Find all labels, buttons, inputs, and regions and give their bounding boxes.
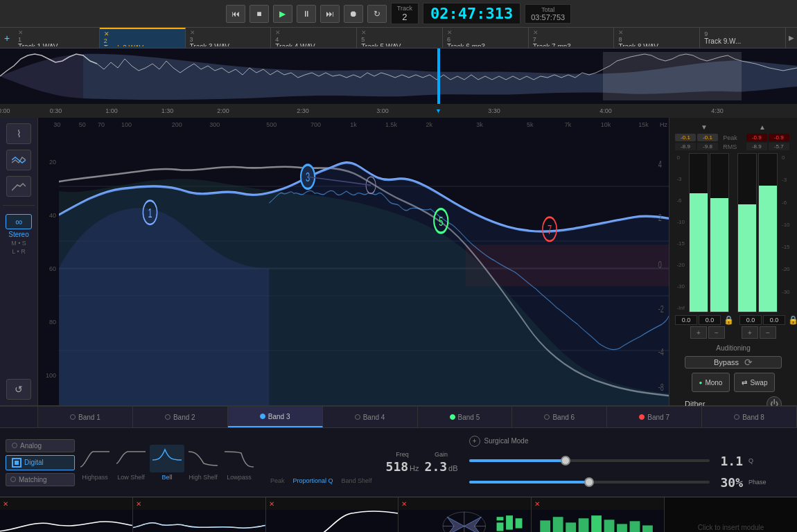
imager-module-curve [398, 510, 531, 532]
module-dynamics-close-icon[interactable]: ✕ [269, 500, 274, 508]
band-tab-7[interactable]: Band 7 [607, 407, 702, 427]
band-1-power-dot [70, 414, 76, 420]
module-dynamics-header: ✕ [266, 497, 398, 510]
meter-plus-left-button[interactable]: + [690, 326, 707, 339]
match-tool-button[interactable] [6, 150, 31, 170]
phase-slider-thumb[interactable] [584, 477, 594, 487]
track-tab-9[interactable]: 9 Track 9.W... [700, 28, 786, 48]
track-nav-right-button[interactable]: ▶ [786, 28, 797, 48]
module-imager-close-icon[interactable]: ✕ [401, 500, 407, 508]
close-track-3-icon[interactable]: ✕ [190, 29, 265, 36]
freq-value[interactable]: 518 [386, 459, 409, 474]
track-tab-7[interactable]: ✕ 7 Track 7.mp3 [529, 28, 615, 48]
band-tab-3[interactable]: Band 3 [228, 407, 323, 427]
timeline-marker-100: 1:00 [105, 107, 118, 114]
waveform-timeline: 0:00 0:30 1:00 1:30 2:00 2:30 ▼ 3:00 3:3… [0, 104, 797, 118]
module-exciter-close-icon[interactable]: ✕ [136, 500, 141, 508]
track-tab-5[interactable]: ✕ 5 Track 5.WAV [357, 28, 443, 48]
digital-mode-button[interactable]: Digital [6, 455, 75, 470]
meter-plus-right-button[interactable]: + [742, 326, 758, 339]
maximizer-module-curve [532, 510, 664, 532]
bell-shape[interactable]: Bell [150, 445, 184, 481]
surgical-mode-button[interactable]: + Surgical Mode [469, 436, 783, 447]
track-tab-1[interactable]: ✕ 1 Track 1.WAV [14, 28, 100, 48]
phase-slider-track[interactable] [469, 481, 710, 484]
meter-minus-left-button[interactable]: − [708, 326, 725, 339]
close-track-1-icon[interactable]: ✕ [18, 29, 94, 36]
module-maximizer-close-icon[interactable]: ✕ [534, 500, 540, 508]
band-tab-4[interactable]: Band 4 [323, 407, 418, 427]
close-track-2-icon[interactable]: ✕ [104, 30, 179, 37]
band-tab-5[interactable]: Band 5 [418, 407, 513, 427]
band-tab-2[interactable]: Band 2 [133, 407, 228, 427]
q-slider-track[interactable] [469, 459, 710, 462]
low-shelf-shape[interactable]: Low Shelf [114, 445, 148, 481]
proportional-q-subtype[interactable]: Proportional Q [290, 476, 336, 486]
spectrum-tool-button[interactable] [6, 176, 31, 197]
link-icon[interactable]: ∞ [6, 214, 32, 229]
digital-icon-inner [15, 461, 19, 465]
close-track-5-icon[interactable]: ✕ [361, 29, 437, 36]
peak-subtype[interactable]: Peak [268, 476, 288, 486]
module-insert-button[interactable]: Click to insert module [665, 497, 797, 532]
module-dynamics[interactable]: ✕ ⏻ Dynamics ••• [266, 497, 399, 532]
meter-lock-left-button[interactable]: 🔒 [724, 315, 734, 325]
play-button[interactable]: ▶ [273, 5, 292, 23]
band-tab-8[interactable]: Band 8 [702, 407, 797, 427]
matching-button[interactable]: Matching [6, 473, 75, 486]
module-maximizer[interactable]: ✕ ⏻ Maximizer [532, 497, 665, 532]
waveform-canvas[interactable] [0, 48, 797, 104]
gain-value[interactable]: 2.3 [425, 459, 448, 474]
module-imager[interactable]: ✕ ⏻ Imager •• [398, 497, 532, 532]
svg-rect-35 [579, 518, 589, 532]
stop-button[interactable]: ■ [249, 5, 269, 23]
ffwd-button[interactable]: ⏭ [320, 5, 340, 23]
close-track-6-icon[interactable]: ✕ [447, 29, 523, 36]
high-shelf-shape[interactable]: High Shelf [186, 445, 220, 481]
track-tab-4[interactable]: ✕ 4 Track 4.WAV [271, 28, 357, 48]
rewind-button[interactable]: ⏮ [226, 5, 245, 23]
meter-nav-right-button[interactable]: ▲ [759, 123, 766, 131]
freq-label-1k5: 1.5k [385, 121, 397, 128]
timeline-marker-230: 2:30 [297, 107, 309, 114]
peak-val-3: -0.9 [746, 134, 767, 141]
band-tab-6[interactable]: Band 6 [512, 407, 607, 427]
freq-label-50: 50 [79, 121, 86, 128]
loop-button[interactable]: ↻ [367, 5, 387, 23]
module-maximizer-header: ✕ [532, 497, 664, 510]
track-tab-2[interactable]: ✕ 2 Track 2.WAV [100, 28, 186, 48]
close-track-4-icon[interactable]: ✕ [275, 29, 351, 36]
close-track-7-icon[interactable]: ✕ [533, 29, 608, 36]
band-shelf-subtype[interactable]: Band Shelf [339, 476, 375, 486]
swap-button[interactable]: ⇄ Swap [734, 373, 775, 392]
module-exciter[interactable]: ✕ ⏻ Exciter •• [133, 497, 266, 532]
track-tab-8[interactable]: ✕ 8 Track 8.WAV [614, 28, 700, 48]
playhead[interactable] [439, 48, 440, 104]
meter-lock-right-button[interactable]: 🔒 [788, 315, 797, 325]
track-tab-3[interactable]: ✕ 3 Track 3.WAV [186, 28, 272, 48]
close-track-8-icon[interactable]: ✕ [618, 29, 694, 36]
undo-sidebar-button[interactable]: ↺ [6, 379, 31, 400]
analog-mode-button[interactable]: Analog [6, 439, 75, 452]
record-button[interactable]: ⏺ [344, 5, 363, 23]
add-track-button[interactable]: + [0, 28, 14, 48]
meter-minus-right-button[interactable]: − [760, 326, 776, 339]
band-5-power-dot [450, 414, 455, 420]
low-shelf-svg [115, 446, 147, 471]
curve-tool-button[interactable]: ⌇ [6, 123, 31, 144]
mono-button[interactable]: ● Mono [692, 373, 730, 392]
band-2-label: Band 2 [173, 414, 195, 421]
meter-nav-left-button[interactable]: ▼ [701, 123, 708, 131]
pause-button[interactable]: ⏸ [297, 5, 316, 23]
band-5-label: Band 5 [458, 414, 480, 421]
highpass-shape[interactable]: Highpass [78, 445, 112, 481]
module-equalizer[interactable]: ✕ ⏻ Equalizer ••• [0, 497, 133, 532]
total-label: Total [531, 6, 565, 13]
track-tab-6[interactable]: ✕ 6 Track 6.mp3 [443, 28, 529, 48]
bypass-button[interactable]: Bypass ⟳ [685, 356, 782, 369]
q-slider-thumb[interactable] [561, 456, 570, 466]
module-eq-close-icon[interactable]: ✕ [3, 500, 8, 508]
lowpass-shape[interactable]: Lowpass [222, 445, 256, 481]
band-tab-1[interactable]: Band 1 [38, 407, 133, 427]
eq-graph[interactable]: 30 50 70 100 200 300 500 700 1k 1.5k 2k … [38, 118, 669, 405]
